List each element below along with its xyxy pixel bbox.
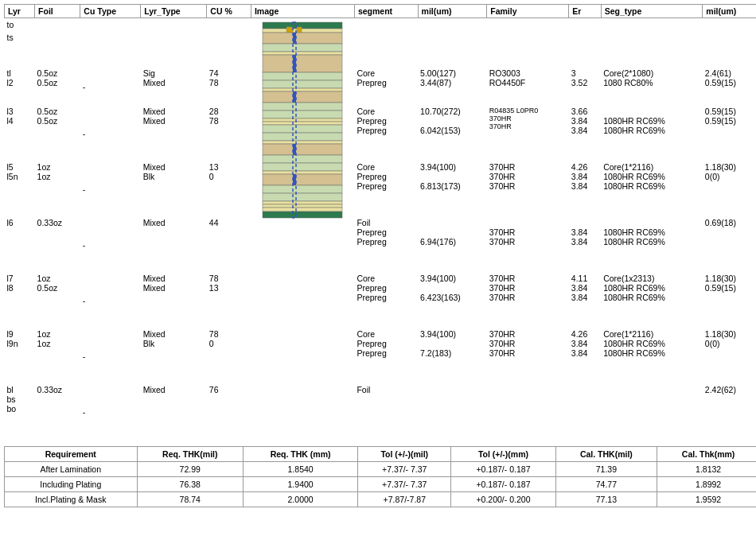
stackup-image [251,18,354,440]
header-row: Lyr Foil Cu Type Lyr_Type CU % Image seg… [5,5,757,18]
req-col-tol-mm: Tol (+/-)(mm) [451,447,555,462]
lyr-l3: l3l4 [5,106,35,161]
req-row-plating: Including Plating 76.38 1.9400 +7.37/- 7… [5,477,757,492]
er-l9: 4.263.843.84 [569,328,601,384]
lyr-type-tl: SigMixed [141,68,207,106]
lyr-type-l7: MixedMixed [141,273,207,328]
family-l5: 370HR370HR370HR [487,161,569,217]
req-label-plating: Including Plating [5,477,138,492]
segment-tl: CorePrepreg [354,68,418,106]
lyr-l7: l7l8 [5,273,35,328]
svg-rect-22 [263,144,342,155]
family-tl: RO3003RO4450F [487,68,569,106]
col-cu-pct: CU % [207,5,251,18]
req-tol-mil-plating: +7.37/- 7.37 [358,477,451,492]
col-family: Family [487,5,569,18]
seg-type-l9: Core(1*2116)1080HR RC69%1080HR RC69% [601,328,703,384]
cu-type-tl: - [80,68,141,106]
svg-rect-20 [263,133,342,141]
req-thk-mm-lamination: 1.8540 [244,462,358,477]
svg-rect-33 [263,208,342,212]
mil-um2-l3: 0.59(15)0.59(15) [703,106,756,161]
col-cu-type: Cu Type [80,5,141,18]
segment-to [354,18,418,68]
segment-bl: Foil [354,384,418,440]
req-cal-thk-mm-lamination: 1.8132 [657,462,756,477]
er-tl: 33.52 [569,68,601,106]
segment-l7: CorePrepregPrepreg [354,273,418,328]
cu-pct-l6: 44 [207,217,251,273]
req-col-thk-mm: Req. THK (mm) [244,447,358,462]
svg-rect-25 [263,163,342,171]
mil-um2-bl: 2.42(62) [703,384,756,440]
foil-l3: 0.5oz0.5oz [35,106,80,161]
col-er: Er [569,5,601,18]
svg-rect-0 [263,22,342,29]
cu-pct-l3: 2878 [207,106,251,161]
cu-type-bl: - [80,384,141,440]
svg-rect-4 [263,33,342,44]
req-cal-thk-mm-plating: 1.8992 [657,477,756,492]
req-thk-mil-lamination: 72.99 [137,462,244,477]
svg-rect-32 [263,204,342,208]
cu-pct-bl: 76 [207,384,251,440]
req-label-mask: Incl.Plating & Mask [5,492,138,507]
er-l6: 3.843.84 [569,217,601,273]
svg-rect-6 [263,44,342,52]
svg-rect-26 [263,171,342,174]
er-l3: 3.663.843.84 [569,106,601,161]
req-tol-mil-lamination: +7.37/- 7.37 [358,462,451,477]
cu-type-l5: - [80,161,141,217]
family-to [487,18,569,68]
lyr-to: tots [5,18,35,68]
mil-um-l7: 3.94(100)6.423(163) [418,273,487,328]
mil-um-to [418,18,487,68]
req-thk-mil-mask: 78.74 [137,492,244,507]
req-tol-mil-mask: +7.87/-7.87 [358,492,451,507]
req-col-tol-mil: Tol (+/-)(mil) [358,447,451,462]
er-l7: 4.113.843.84 [569,273,601,328]
cu-pct-to [207,18,251,68]
lyr-bl: blbsbo [5,384,35,440]
req-thk-mm-mask: 2.0000 [244,492,358,507]
mil-um-l3: 10.70(272)6.042(153) [418,106,487,161]
seg-type-l3: 1080HR RC69%1080HR RC69% [601,106,703,161]
svg-rect-17 [263,118,342,122]
col-lyr-type: Lyr_Type [141,5,207,18]
lyr-l6: l6 [5,217,35,273]
svg-rect-30 [263,193,342,201]
lyr-type-l3: MixedMixed [141,106,207,161]
req-col-cal-thk-mm: Cal. Thk(mm) [657,447,756,462]
lyr-l5: l5l5n [5,161,35,217]
lyr-type-l9: MixedBlk [141,328,207,384]
foil-l6: 0.33oz [35,217,80,273]
svg-rect-18 [263,122,342,125]
svg-rect-13 [263,91,342,103]
mil-um-l6: 6.94(176) [418,217,487,273]
svg-rect-7 [263,52,342,55]
seg-type-bl [601,384,703,440]
seg-type-l5: Core(1*2116)1080HR RC69%1080HR RC69% [601,161,703,217]
svg-rect-34 [263,212,342,218]
req-label-lamination: After Lamination [5,462,138,477]
svg-rect-29 [263,185,342,193]
svg-rect-31 [263,201,342,204]
er-l5: 4.263.843.84 [569,161,601,217]
col-lyr: Lyr [5,5,35,18]
foil-bl: 0.33oz [35,384,80,440]
req-cal-thk-mil-lamination: 71.39 [555,462,657,477]
layer-row-l3: l3l4 0.5oz0.5oz - MixedMixed 2878 CorePr… [5,106,757,161]
foil-l9: 1oz1oz [35,328,80,384]
lyr-l9: l9l9n [5,328,35,384]
svg-rect-11 [263,80,342,88]
col-mil-um2: mil(um) [703,5,756,18]
segment-l3: CorePrepregPrepreg [354,106,418,161]
foil-tl: 0.5oz0.5oz [35,68,80,106]
req-tol-mm-lamination: +0.187/- 0.187 [451,462,555,477]
mil-um2-to [703,18,756,68]
mil-um2-l9: 1.18(30)0(0) [703,328,756,384]
req-header-row: Requirement Req. THK(mil) Req. THK (mm) … [5,447,757,462]
cu-type-to [80,18,141,68]
svg-rect-21 [263,141,342,144]
family-l3: R04835 L0PR0370HR370HR [487,106,569,161]
